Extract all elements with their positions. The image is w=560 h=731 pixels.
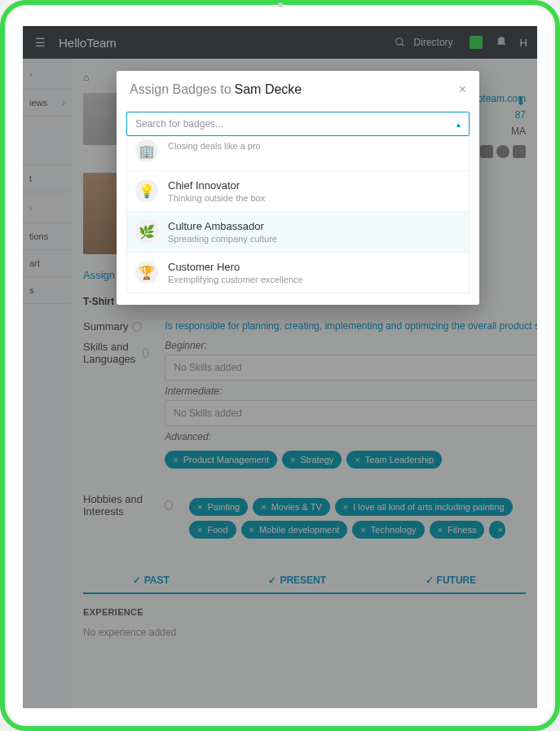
badge-option[interactable]: 🏆Customer HeroExemplifying customer exce… [127, 252, 469, 293]
badge-option-subtitle: Closing deals like a pro [168, 141, 261, 151]
close-icon[interactable]: × [459, 82, 466, 97]
badge-option-subtitle: Thinking outside the box [168, 193, 265, 203]
badge-search-placeholder: Search for badges... [135, 118, 223, 130]
badge-search-input[interactable]: Search for badges... [126, 112, 470, 136]
badge-option-title: Chief Innovator [168, 179, 265, 192]
badge-dropdown: 🏢Closing deals like a pro💡Chief Innovato… [126, 136, 470, 293]
badge-option[interactable]: 🌿Culture AmbassadorSpreading company cul… [127, 211, 469, 252]
badge-option-subtitle: Exemplifying customer excellence [168, 275, 303, 284]
badge-option[interactable]: 🏢Closing deals like a pro [127, 136, 469, 170]
badge-option-title: Culture Ambassador [168, 220, 277, 232]
modal-title-prefix: Assign Badges to [130, 82, 231, 97]
modal-title-name: Sam Decke [235, 82, 302, 97]
assign-badges-modal: Assign Badges to Sam Decke × Search for … [117, 71, 479, 305]
badge-option[interactable]: 💡Chief InnovatorThinking outside the box [127, 170, 469, 211]
badge-icon: 💡 [135, 179, 158, 202]
badge-icon: 🌿 [135, 220, 158, 243]
badge-icon: 🏢 [135, 139, 158, 162]
badge-icon: 🏆 [135, 261, 158, 284]
badge-option-title: Customer Hero [168, 261, 303, 273]
badge-option-subtitle: Spreading company culture [168, 234, 277, 244]
